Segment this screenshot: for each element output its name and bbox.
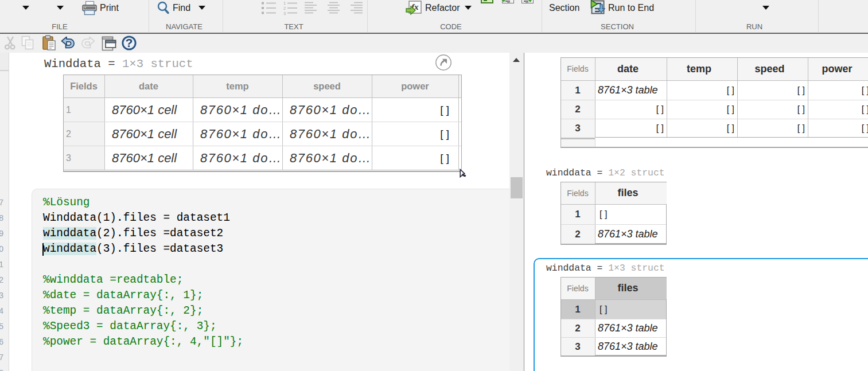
svg-text:3: 3 — [283, 11, 286, 16]
svg-text:1: 1 — [283, 1, 286, 6]
svg-text:?: ? — [126, 36, 133, 49]
